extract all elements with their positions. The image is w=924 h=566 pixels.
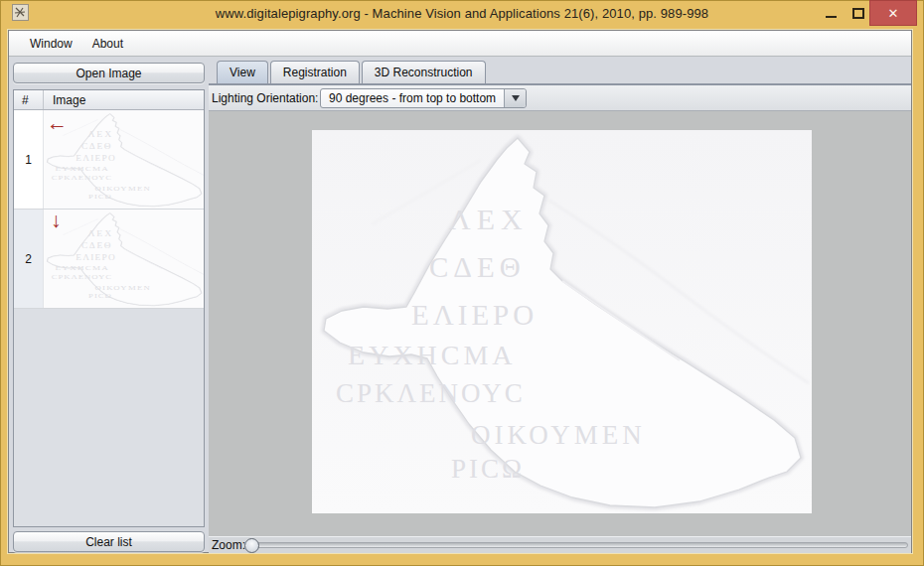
titlebar[interactable]: www.digitalepigraphy.org - Machine Visio… [0, 0, 924, 30]
close-button[interactable]: ✕ [869, 0, 917, 26]
tab-registration[interactable]: Registration [270, 61, 360, 83]
tab-bar: View Registration 3D Reconstruction [217, 61, 486, 84]
zoom-label: Zoom: [212, 537, 245, 553]
row-index-cell: 1 [14, 110, 44, 209]
lighting-orientation-select[interactable]: 90 degrees - from top to bottom [320, 88, 527, 108]
column-header-index[interactable]: # [14, 90, 44, 109]
inscription-image [312, 130, 812, 513]
zoom-slider-thumb[interactable] [244, 538, 259, 553]
open-image-button[interactable]: Open Image [13, 63, 205, 83]
zoom-slider-track[interactable] [246, 542, 908, 548]
close-icon: ✕ [888, 6, 899, 21]
menu-item-about[interactable]: About [82, 31, 133, 56]
zoom-bar: Zoom: [209, 536, 911, 553]
column-header-image[interactable]: Image [44, 90, 204, 109]
table-row[interactable]: 2 ↓ [14, 210, 204, 309]
row-index-cell: 2 [14, 210, 44, 308]
menu-item-window[interactable]: Window [20, 31, 82, 56]
fragment-thumbnail [44, 212, 204, 307]
maximize-button[interactable] [847, 0, 870, 26]
menubar: Window About [9, 31, 911, 57]
minimize-icon [826, 16, 837, 18]
table-header: # Image [14, 90, 204, 110]
lighting-toolbar: Lighting Orientation: 90 degrees - from … [209, 85, 911, 111]
minimize-button[interactable] [819, 0, 843, 26]
thumbnail-cell: ← [44, 110, 204, 209]
window-title: www.digitalepigraphy.org - Machine Visio… [0, 0, 924, 26]
image-table: # Image 1 ← 2 ↓ [13, 89, 205, 527]
image-viewport [209, 111, 911, 536]
clear-list-button[interactable]: Clear list [13, 531, 205, 552]
combo-arrow-button[interactable] [504, 89, 526, 107]
app-window: ΛΕΧ CΔΕΘ ΕΛΙΕΡΟ ΕΥΧΗCΜΑ CΡΚΛΕΝΟΥC ΟΙΚΟΥΜ… [0, 0, 924, 566]
maximize-icon [852, 8, 864, 19]
tab-3d-reconstruction[interactable]: 3D Reconstruction [362, 61, 486, 83]
down-arrow-icon: ↓ [51, 211, 62, 230]
chevron-down-icon [512, 95, 520, 101]
window-content: Window About Open Image # Image 1 ← 2 [8, 30, 912, 553]
fragment-thumbnail [44, 112, 204, 208]
table-row[interactable]: 1 ← [14, 110, 204, 210]
left-arrow-icon: ← [47, 113, 68, 133]
thumbnail-cell: ↓ [44, 210, 204, 308]
combo-selected-value: 90 degrees - from top to bottom [321, 91, 504, 105]
tab-view[interactable]: View [217, 61, 268, 83]
lighting-orientation-label: Lighting Orientation: [212, 85, 318, 110]
